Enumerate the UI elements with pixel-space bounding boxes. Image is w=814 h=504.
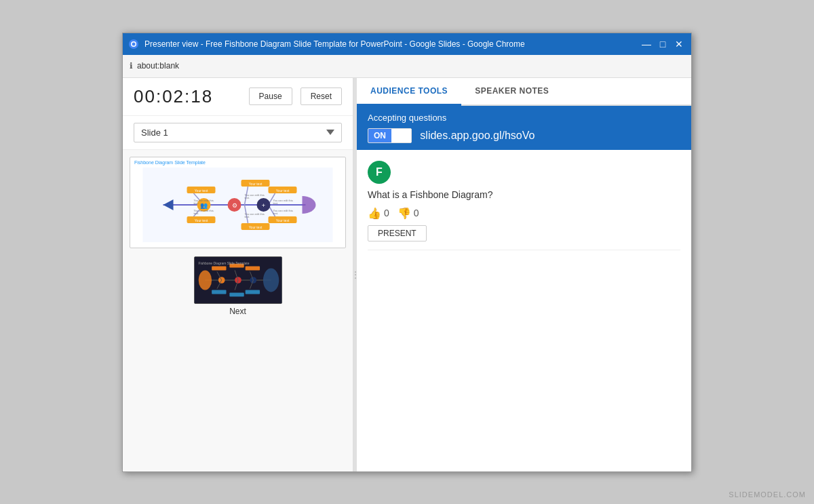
reset-button[interactable]: Reset [301, 88, 342, 105]
svg-rect-59 [229, 292, 244, 296]
svg-text:Your text: Your text [276, 218, 290, 222]
slides-area: Fishbone Diagram Slide Template [123, 150, 353, 471]
slide-selector-section: Slide 1 [123, 116, 353, 150]
window-title: Presenter view - Free Fishbone Diagram S… [144, 39, 640, 49]
next-slide-container: Fishbone Diagram Slide Template [194, 256, 282, 316]
svg-rect-55 [212, 266, 226, 270]
presenter-window: Presenter view - Free Fishbone Diagram S… [122, 33, 692, 472]
toggle-off-label [391, 129, 411, 142]
info-icon: ℹ [130, 61, 133, 71]
svg-text:Your text: Your text [249, 182, 263, 186]
watermark: SLIDEMODEL.COM [729, 490, 806, 499]
tab-speaker-notes[interactable]: SPEAKER NOTES [461, 78, 562, 106]
next-label: Next [229, 307, 246, 316]
dark-slide-title: Fishbone Diagram Slide Template [199, 261, 250, 265]
svg-rect-57 [245, 266, 259, 270]
slide-inner: Fishbone Diagram Slide Template [130, 157, 345, 248]
svg-text:text.: text. [273, 212, 279, 215]
svg-rect-60 [245, 290, 259, 294]
slide-url: slides.app.goo.gl/hsoVo [420, 130, 535, 142]
svg-text:Your text: Your text [195, 218, 208, 222]
current-slide-thumbnail[interactable]: Fishbone Diagram Slide Template [130, 157, 346, 248]
address-text: about:blank [137, 61, 179, 71]
question-actions: 👍 0 👎 0 [368, 207, 680, 220]
left-panel: 00:02:18 Pause Reset Slide 1 Fishbone Di… [123, 78, 353, 471]
thumbs-up-count: 0 [384, 208, 389, 218]
slide-fishbone-title: Fishbone Diagram Slide Template [134, 160, 341, 165]
svg-text:text.: text. [194, 201, 199, 205]
accepting-row: ON slides.app.goo.gl/hsoVo [368, 128, 680, 143]
tabs-header: AUDIENCE TOOLS SPEAKER NOTES [357, 78, 691, 106]
svg-text:Your text: Your text [276, 189, 290, 193]
fishbone-diagram-svg: Your text Your text Your text Your text … [134, 168, 341, 242]
tab-audience-tools[interactable]: AUDIENCE TOOLS [357, 78, 461, 106]
svg-point-44 [198, 270, 211, 290]
thumbs-up-group: 👍 0 [368, 207, 389, 220]
svg-text:Your text: Your text [249, 225, 263, 229]
svg-text:text.: text. [245, 215, 250, 218]
thumbs-down-icon[interactable]: 👎 [398, 207, 411, 220]
thumbs-down-group: 👎 0 [398, 207, 419, 220]
svg-text:+: + [262, 202, 265, 209]
accepting-banner: Accepting questions ON slides.app.goo.gl… [357, 106, 691, 150]
svg-rect-58 [212, 290, 226, 294]
dark-slide-content: Fishbone Diagram Slide Template [195, 257, 282, 303]
svg-point-45 [263, 268, 278, 292]
window-controls: — □ ✕ [640, 37, 686, 51]
pause-button[interactable]: Pause [249, 88, 292, 105]
svg-text:Your text: Your text [195, 189, 208, 193]
questions-area: F What is a Fishbone Diagram? 👍 0 👎 0 PR… [357, 150, 691, 471]
maximize-button[interactable]: □ [656, 37, 670, 51]
slide-selector[interactable]: Slide 1 [134, 123, 342, 142]
question-card: F What is a Fishbone Diagram? 👍 0 👎 0 PR… [368, 161, 680, 250]
toggle-switch[interactable]: ON [368, 128, 412, 143]
svg-text:⚙: ⚙ [232, 202, 237, 209]
svg-text:text.: text. [273, 201, 279, 205]
svg-text:text.: text. [194, 212, 199, 215]
timer-section: 00:02:18 Pause Reset [123, 78, 353, 116]
address-bar: ℹ about:blank [123, 55, 691, 78]
svg-point-46 [218, 277, 225, 284]
thumbs-down-count: 0 [414, 208, 419, 218]
main-content: 00:02:18 Pause Reset Slide 1 Fishbone Di… [123, 78, 691, 471]
svg-point-2 [132, 42, 136, 45]
title-bar: Presenter view - Free Fishbone Diagram S… [123, 33, 691, 55]
close-button[interactable]: ✕ [672, 37, 686, 51]
accepting-title: Accepting questions [368, 113, 680, 123]
question-text: What is a Fishbone Diagram? [368, 189, 680, 200]
svg-point-48 [250, 277, 256, 284]
question-avatar: F [368, 161, 391, 184]
thumbs-up-icon[interactable]: 👍 [368, 207, 381, 220]
right-panel: AUDIENCE TOOLS SPEAKER NOTES Accepting q… [357, 78, 691, 471]
timer-display: 00:02:18 [134, 86, 241, 107]
chrome-icon [128, 39, 139, 50]
present-button[interactable]: PRESENT [368, 225, 427, 241]
minimize-button[interactable]: — [640, 37, 653, 51]
next-slide-thumbnail[interactable]: Fishbone Diagram Slide Template [194, 256, 282, 304]
svg-text:text.: text. [245, 196, 250, 199]
toggle-on-label: ON [368, 129, 391, 142]
